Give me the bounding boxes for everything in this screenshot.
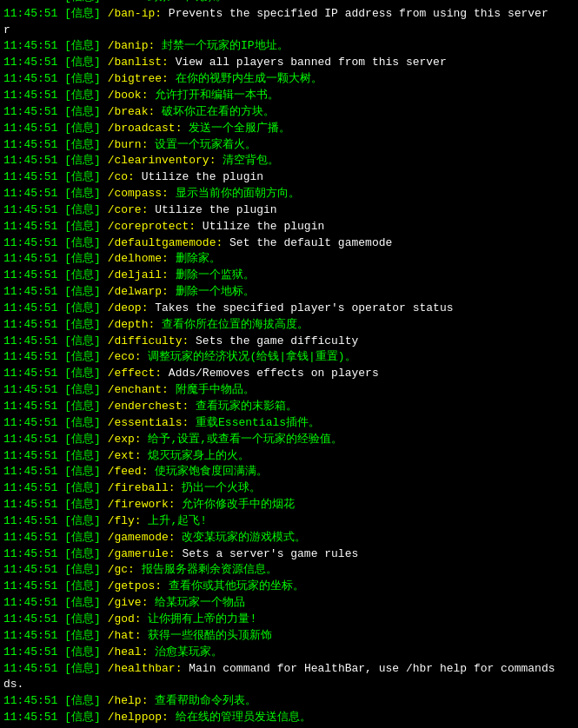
log-command: /deop: xyxy=(108,301,149,314)
log-command: /effect: xyxy=(108,367,162,380)
log-description: View all players banned from this server xyxy=(169,56,447,69)
log-tag: [信息] xyxy=(64,612,107,625)
log-line: 11:45:51 [信息] /help: 查看帮助命令列表。 xyxy=(3,693,575,710)
log-line: 11:45:51 [信息] /depth: 查看你所在位置的海拔高度。 xyxy=(3,317,575,334)
log-command: /firework: xyxy=(108,498,176,511)
console-output[interactable]: 11:45:51 [信息] /afk: 设置为暂离状态。11:45:51 [信息… xyxy=(0,0,578,728)
log-line: 11:45:51 [信息] /coreprotect: Utilize the … xyxy=(3,219,575,235)
log-line: 11:45:51 [信息] /co: Utilize the plugin xyxy=(3,169,575,186)
log-line: 11:45:51 [信息] /enderchest: 查看玩家的末影箱。 xyxy=(3,399,575,415)
log-timestamp: 11:45:51 xyxy=(3,7,64,20)
log-description: 允许你修改手中的烟花 xyxy=(176,498,296,511)
log-description: 查看帮助命令列表。 xyxy=(148,694,256,707)
log-line: 11:45:51 [信息] /compass: 显示当前你的面朝方向。 xyxy=(3,186,575,202)
log-tag: [信息] xyxy=(64,694,107,707)
log-timestamp: 11:45:51 xyxy=(3,0,64,3)
log-timestamp: 11:45:51 xyxy=(3,72,64,85)
log-description: 改变某玩家的游戏模式。 xyxy=(176,531,307,544)
log-line: 11:45:51 [信息] /ban: 封禁一个玩家。 xyxy=(3,0,575,6)
log-timestamp: 11:45:51 xyxy=(3,629,64,642)
log-description: 熄灭玩家身上的火。 xyxy=(142,449,250,462)
log-line: 11:45:51 [信息] /god: 让你拥有上帝的力量! xyxy=(3,612,575,628)
log-line: 11:45:51 [信息] /burn: 设置一个玩家着火。 xyxy=(3,137,575,154)
log-line: 11:45:51 [信息] /deop: Takes the specified… xyxy=(3,301,575,317)
log-command: /fly: xyxy=(108,514,142,527)
log-line: 11:45:51 [信息] /eco: 调整玩家的经济状况(给钱|拿钱|重置)。 xyxy=(3,349,575,366)
log-tag: [信息] xyxy=(64,236,107,249)
log-tag: [信息] xyxy=(64,268,107,281)
log-timestamp: 11:45:51 xyxy=(3,285,64,298)
log-timestamp: 11:45:51 xyxy=(3,89,64,102)
log-tag: [信息] xyxy=(64,56,107,69)
log-description: Takes the specified player's operator st… xyxy=(148,301,453,314)
log-description: 查看你所在位置的海拔高度。 xyxy=(155,318,309,331)
log-command: /helppop: xyxy=(108,711,169,724)
log-timestamp: 11:45:51 xyxy=(3,122,64,135)
log-timestamp: 11:45:51 xyxy=(3,252,64,265)
log-command: /exp: xyxy=(108,433,142,446)
log-tag: [信息] xyxy=(64,662,107,675)
log-description: 扔出一个火球。 xyxy=(176,481,262,494)
log-command: /help: xyxy=(108,694,149,707)
log-description: 显示当前你的面朝方向。 xyxy=(169,187,300,200)
log-tag: [信息] xyxy=(64,203,107,216)
log-tag: [信息] xyxy=(64,39,107,52)
log-tag: [信息] xyxy=(64,498,107,511)
log-command: /heal: xyxy=(108,645,149,659)
log-timestamp: 11:45:51 xyxy=(3,203,64,216)
log-description: 删除一个监狱。 xyxy=(169,268,255,281)
log-command: /fireball: xyxy=(108,481,176,494)
log-timestamp: 11:45:51 xyxy=(3,383,64,396)
log-line: 11:45:51 [信息] /ext: 熄灭玩家身上的火。 xyxy=(3,448,575,465)
log-command: /bigtree: xyxy=(108,72,169,85)
log-timestamp: 11:45:51 xyxy=(3,268,64,281)
log-line: 11:45:51 [信息] /helppop: 给在线的管理员发送信息。 xyxy=(3,710,575,726)
log-line: 11:45:51 [信息] /break: 破坏你正在看的方块。 xyxy=(3,104,575,121)
log-line: 11:45:51 [信息] /gamerule: Sets a server's… xyxy=(3,546,575,563)
log-line: 11:45:51 [信息] /hat: 获得一些很酷的头顶新饰 xyxy=(3,628,575,645)
log-line: 11:45:51 [信息] /difficulty: Sets the game… xyxy=(3,334,575,350)
log-line: 11:45:51 [信息] /core: Utilize the plugin xyxy=(3,202,575,219)
log-line: 11:45:51 [信息] /gc: 报告服务器剩余资源信息。 xyxy=(3,562,575,579)
log-command: /give: xyxy=(108,596,149,609)
log-command: /ban-ip: xyxy=(108,7,162,20)
log-timestamp: 11:45:51 xyxy=(3,465,64,478)
log-command: /gamerule: xyxy=(108,547,176,560)
log-tag: [信息] xyxy=(64,334,107,347)
log-description: 设置一个玩家着火。 xyxy=(148,138,256,151)
log-timestamp: 11:45:51 xyxy=(3,531,64,544)
log-command: /gc: xyxy=(108,563,135,576)
log-tag: [信息] xyxy=(64,252,107,265)
log-description: Prevents the specified IP address from u… xyxy=(162,7,548,20)
log-line: 11:45:51 [信息] /banlist: View all players… xyxy=(3,55,575,71)
log-tag: [信息] xyxy=(64,629,107,642)
log-description: Utilize the plugin xyxy=(148,203,276,216)
log-description: Utilize the plugin xyxy=(196,220,324,233)
log-line: 11:45:51 [信息] /enchant: 附魔手中物品。 xyxy=(3,382,575,399)
log-command: /god: xyxy=(108,612,142,625)
log-timestamp: 11:45:51 xyxy=(3,694,64,707)
log-description: 查看你或其他玩家的坐标。 xyxy=(162,579,304,592)
log-tag: [信息] xyxy=(64,220,107,233)
log-timestamp: 11:45:51 xyxy=(3,318,64,331)
log-command: /ban: xyxy=(108,0,142,3)
log-description: Sets a server's game rules xyxy=(176,547,359,560)
log-command: /depth: xyxy=(108,318,156,331)
log-command: /break: xyxy=(108,105,156,118)
log-line: 11:45:51 [信息] /feed: 使玩家饱食度回满满。 xyxy=(3,464,575,480)
log-tag: [信息] xyxy=(64,367,107,380)
log-line: 11:45:51 [信息] /delwarp: 删除一个地标。 xyxy=(3,284,575,301)
log-command: /coreprotect: xyxy=(108,220,196,233)
log-line: ds. xyxy=(3,677,575,693)
log-line: 11:45:51 [信息] /healthbar: Main command f… xyxy=(3,661,575,678)
log-timestamp: 11:45:51 xyxy=(3,645,64,659)
log-timestamp: 11:45:51 xyxy=(3,56,64,69)
log-command: /banip: xyxy=(108,39,156,52)
log-command: /hat: xyxy=(108,629,142,642)
log-timestamp: 11:45:51 xyxy=(3,498,64,511)
log-line: 11:45:51 [信息] /effect: Adds/Removes effe… xyxy=(3,366,575,382)
log-command: /getpos: xyxy=(108,579,162,592)
log-timestamp: 11:45:51 xyxy=(3,514,64,527)
log-tag: [信息] xyxy=(64,170,107,183)
log-description: 清空背包。 xyxy=(216,154,279,167)
